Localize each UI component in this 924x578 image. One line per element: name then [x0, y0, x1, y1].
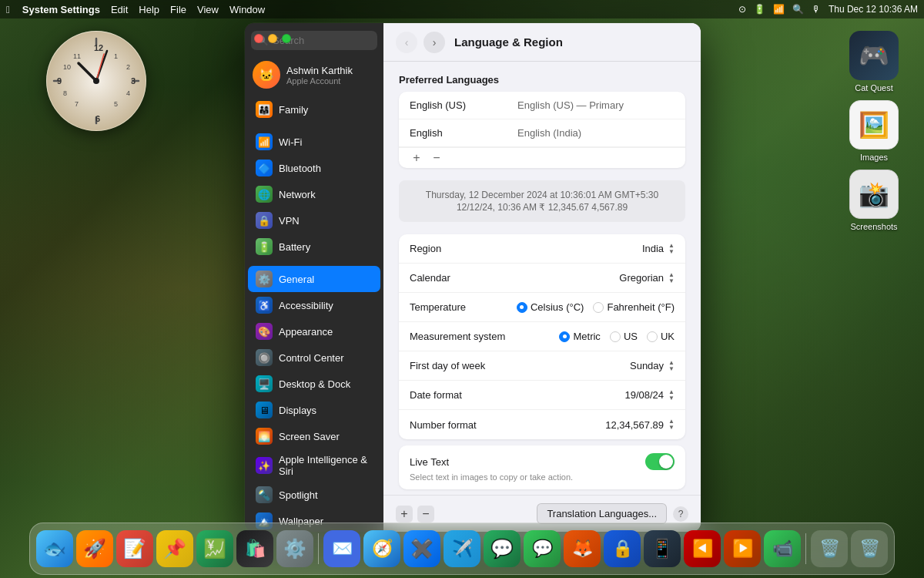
menubar-control-center-icon[interactable]: ⊙ — [738, 4, 746, 15]
live-text-toggle[interactable] — [645, 453, 675, 470]
sidebar-item-screen-saver[interactable]: 🌅 Screen Saver — [248, 423, 380, 449]
region-down-arrow[interactable]: ▼ — [668, 249, 675, 255]
dock-trash-empty[interactable]: 🗑️ — [811, 530, 848, 567]
close-button[interactable] — [254, 34, 263, 43]
dock-reminders[interactable]: 📝 — [116, 530, 153, 567]
dock-facetime[interactable]: 📹 — [764, 530, 801, 567]
dock-bitwarden[interactable]: 🔒 — [604, 530, 641, 567]
number-format-label: Number format — [410, 419, 605, 431]
bottom-add-button[interactable]: + — [396, 506, 413, 523]
date-format-down-arrow[interactable]: ▼ — [668, 395, 675, 402]
number-format-value[interactable]: 12,34,567.89 ▲ ▼ — [605, 418, 675, 431]
bottom-remove-button[interactable]: − — [417, 506, 434, 523]
menubar-wifi-icon[interactable]: 📶 — [773, 4, 785, 15]
toggle-knob — [659, 455, 673, 469]
sidebar-item-displays[interactable]: 🖥 Displays — [248, 397, 380, 423]
sidebar-item-battery[interactable]: 🔋 Battery — [248, 234, 380, 260]
number-format-stepper-value: 12,34,567.89 — [605, 419, 664, 431]
back-button[interactable]: ‹ — [396, 32, 417, 53]
screen-saver-icon: 🌅 — [256, 428, 273, 445]
sidebar-item-apple-intelligence[interactable]: ✨ Apple Intelligence & Siri — [248, 449, 380, 482]
sidebar-item-spotlight[interactable]: 🔦 Spotlight — [248, 482, 380, 508]
sidebar-item-general[interactable]: ⚙️ General — [248, 266, 380, 292]
date-format-stepper-arrows[interactable]: ▲ ▼ — [668, 389, 675, 402]
desktop-icon-catquest[interactable]: 🎮 Cat Quest — [843, 31, 905, 92]
calendar-down-arrow[interactable]: ▼ — [668, 278, 675, 284]
sidebar-item-control-center[interactable]: 🔘 Control Center — [248, 344, 380, 371]
dock-trash[interactable]: 🗑️ — [851, 530, 888, 567]
us-option[interactable]: US — [610, 331, 638, 342]
menu-file[interactable]: Help — [139, 4, 159, 15]
uk-option[interactable]: UK — [647, 331, 675, 342]
app-name[interactable]: System Settings — [22, 4, 100, 15]
dock-git2[interactable]: ▶️ — [724, 530, 761, 567]
calendar-stepper-arrows[interactable]: ▲ ▼ — [668, 272, 675, 284]
dock-launchpad[interactable]: 🚀 — [76, 530, 113, 567]
dock-iphone-mirror[interactable]: 📱 — [644, 530, 681, 567]
celsius-radio[interactable] — [517, 302, 527, 313]
metric-radio[interactable] — [559, 331, 570, 342]
spotlight-icon: 🔦 — [256, 486, 273, 503]
add-language-button[interactable]: + — [410, 151, 424, 165]
calendar-value[interactable]: Gregorian ▲ ▼ — [619, 272, 675, 284]
region-stepper-arrows[interactable]: ▲ ▼ — [668, 243, 675, 255]
metric-option[interactable]: Metric — [559, 331, 600, 342]
menu-view[interactable]: File — [170, 4, 186, 15]
region-value[interactable]: India ▲ ▼ — [642, 243, 675, 255]
dock-appstore[interactable]: 🛍️ — [236, 530, 273, 567]
dock-stickies[interactable]: 📌 — [156, 530, 193, 567]
sidebar-item-vpn[interactable]: 🔒 VPN — [248, 207, 380, 234]
sidebar-item-family[interactable]: 👨‍👩‍👧 Family — [248, 96, 380, 123]
dock-system-settings[interactable]: ⚙️ — [276, 530, 313, 567]
user-section[interactable]: 🐱 Ashwin Karthik Apple Account — [245, 55, 383, 95]
dock-money[interactable]: 💹 — [196, 530, 233, 567]
uk-radio[interactable] — [647, 331, 658, 342]
remove-language-button[interactable]: − — [430, 151, 444, 165]
desktop-icon-images[interactable]: 🖼️ Images — [843, 100, 905, 162]
help-button[interactable]: ? — [673, 506, 688, 522]
dock-mail[interactable]: ✉️ — [323, 530, 360, 567]
dock-git1[interactable]: ◀️ — [684, 530, 721, 567]
first-day-stepper-arrows[interactable]: ▲ ▼ — [668, 360, 675, 372]
dock-messages[interactable]: 💬 — [524, 530, 561, 567]
preferred-languages-title: Preferred Languages — [399, 74, 685, 86]
forward-button[interactable]: › — [424, 32, 445, 53]
first-day-value[interactable]: Sunday ▲ ▼ — [630, 360, 675, 372]
temperature-row: Temperature Celsius (°C) Fahrenheit (°F) — [399, 293, 685, 322]
minimize-button[interactable] — [268, 34, 277, 43]
menubar-battery-icon[interactable]: 🔋 — [754, 4, 765, 15]
fahrenheit-option[interactable]: Fahrenheit (°F) — [593, 301, 675, 313]
dock-netnewswire[interactable]: ✖️ — [403, 530, 440, 567]
maximize-button[interactable] — [282, 34, 291, 43]
first-day-down-arrow[interactable]: ▼ — [668, 366, 675, 372]
language-row-1[interactable]: English English (India) — [399, 119, 685, 147]
language-row-0[interactable]: English (US) English (US) — Primary — [399, 92, 685, 119]
dock-finder[interactable]: 🐟 — [36, 530, 73, 567]
sidebar-item-bluetooth[interactable]: 🔷 Bluetooth — [248, 155, 380, 181]
dock-telegram[interactable]: ✈️ — [444, 530, 480, 567]
number-format-down-arrow[interactable]: ▼ — [668, 425, 675, 431]
menu-help[interactable]: Window — [229, 4, 265, 15]
menu-window[interactable]: View — [197, 4, 219, 15]
menubar-siri-icon[interactable]: 🎙 — [812, 4, 821, 15]
sidebar-item-wifi[interactable]: 📶 Wi-Fi — [248, 129, 380, 155]
sidebar-item-network[interactable]: 🌐 Network — [248, 181, 380, 207]
desktop-icon-screenshots[interactable]: 📸 Screenshots — [843, 170, 905, 231]
translation-languages-button[interactable]: Translation Languages... — [537, 503, 667, 524]
celsius-option[interactable]: Celsius (°C) — [517, 301, 584, 313]
date-format-value[interactable]: 19/08/24 ▲ ▼ — [624, 389, 675, 402]
menu-edit[interactable]: Edit — [111, 4, 128, 15]
dock-safari[interactable]: 🧭 — [363, 530, 400, 567]
number-format-stepper-arrows[interactable]: ▲ ▼ — [668, 418, 675, 431]
sidebar-item-appearance[interactable]: 🎨 Appearance — [248, 318, 380, 344]
fahrenheit-radio[interactable] — [593, 302, 604, 313]
dock-whatsapp[interactable]: 💬 — [484, 530, 521, 567]
dock-firefox[interactable]: 🦊 — [564, 530, 601, 567]
menubar-search-icon[interactable]: 🔍 — [792, 4, 804, 15]
sidebar-item-accessibility[interactable]: ♿ Accessibility — [248, 292, 380, 318]
svg-text:1: 1 — [114, 52, 118, 60]
apple-menu[interactable]:  — [6, 4, 10, 15]
us-radio[interactable] — [610, 331, 621, 342]
wifi-icon: 📶 — [256, 133, 273, 150]
sidebar-item-desktop-dock[interactable]: 🖥️ Desktop & Dock — [248, 371, 380, 397]
